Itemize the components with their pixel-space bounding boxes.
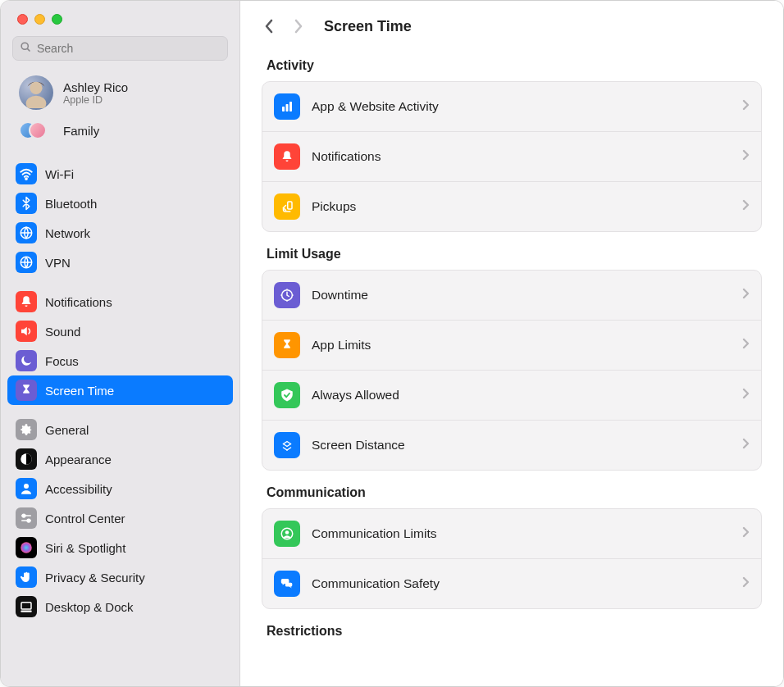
chevron-right-icon — [742, 99, 750, 114]
chevron-right-icon — [742, 526, 750, 541]
svg-point-10 — [22, 514, 25, 517]
gear-icon — [16, 419, 37, 440]
switches-icon — [16, 507, 37, 529]
sidebar-item-wifi[interactable]: Wi-Fi — [7, 159, 233, 189]
row-label: Screen Distance — [312, 438, 731, 453]
dock-icon — [16, 596, 37, 617]
minimize-window-button[interactable] — [34, 14, 45, 25]
sidebar-item-label: Appearance — [45, 453, 112, 466]
sidebar-item-desktop[interactable]: Desktop & Dock — [7, 592, 233, 621]
sidebar-item-screentime[interactable]: Screen Time — [7, 375, 233, 405]
window-controls — [1, 6, 239, 36]
svg-rect-17 — [286, 104, 289, 111]
sidebar-item-label: Desktop & Dock — [45, 600, 134, 614]
chevron-right-icon — [742, 149, 750, 164]
chevron-right-icon — [742, 438, 750, 453]
wifi-icon — [16, 163, 37, 184]
bars-icon — [274, 93, 300, 120]
row-pickups[interactable]: Pickups — [262, 182, 761, 231]
row-applimits[interactable]: App Limits — [262, 321, 761, 371]
sidebar-item-general[interactable]: General — [7, 415, 233, 444]
sidebar-item-label: Notifications — [45, 295, 112, 309]
section-title-restrictions: Restrictions — [262, 609, 762, 647]
siri-icon — [16, 537, 37, 558]
sidebar-item-label: Bluetooth — [45, 197, 97, 211]
row-commsafe[interactable]: Communication Safety — [262, 559, 761, 608]
sidebar-item-label: Sound — [45, 325, 80, 339]
search-icon — [20, 41, 32, 57]
chevron-right-icon — [742, 388, 750, 403]
row-label: Notifications — [312, 149, 731, 164]
sidebar-item-controlcenter[interactable]: Control Center — [7, 503, 233, 533]
svg-rect-19 — [288, 202, 292, 209]
row-label: App Limits — [312, 338, 731, 353]
sidebar-item-label: Screen Time — [45, 384, 114, 398]
sidebar-item-notifications[interactable]: Notifications — [7, 287, 233, 316]
bluetooth-icon — [16, 193, 37, 214]
svg-point-2 — [30, 82, 42, 94]
zoom-window-button[interactable] — [52, 14, 62, 25]
bell-icon — [274, 143, 300, 170]
section-title-activity: Activity — [262, 53, 762, 81]
main-header: Screen Time — [240, 1, 783, 45]
sidebar-item-network[interactable]: Network — [7, 218, 233, 248]
person-icon — [16, 478, 37, 499]
sidebar-item-label: Siri & Spotlight — [45, 541, 125, 555]
sidebar-nav: Wi-FiBluetoothNetworkVPNNotificationsSou… — [1, 159, 239, 621]
forward-button[interactable] — [286, 12, 311, 40]
hourglass-icon — [16, 380, 37, 401]
apple-id-row[interactable]: Ashley Rico Apple ID — [1, 69, 239, 115]
section-card: DowntimeApp LimitsAlways AllowedScreen D… — [262, 270, 762, 471]
svg-point-13 — [21, 542, 32, 553]
sidebar-item-privacy[interactable]: Privacy & Security — [7, 562, 233, 592]
chevron-right-icon — [742, 338, 750, 353]
sidebar-item-siri[interactable]: Siri & Spotlight — [7, 533, 233, 562]
search-input[interactable] — [37, 42, 221, 55]
sidebar-item-vpn[interactable]: VPN — [7, 248, 233, 277]
globe-icon — [16, 222, 37, 243]
main-panel: Screen Time ActivityApp & Website Activi… — [240, 1, 783, 686]
row-notifs[interactable]: Notifications — [262, 132, 761, 182]
row-distance[interactable]: Screen Distance — [262, 421, 761, 470]
row-label: Communication Safety — [312, 576, 731, 591]
family-icon — [19, 120, 53, 141]
sidebar: Ashley Rico Apple ID Family Wi-FiBluetoo… — [1, 1, 240, 686]
sidebar-item-label: Accessibility — [45, 482, 112, 496]
sidebar-item-label: General — [45, 423, 89, 437]
back-button[interactable] — [257, 12, 281, 40]
chevron-right-icon — [742, 576, 750, 591]
appearance-icon — [16, 448, 37, 470]
pickup-icon — [274, 193, 300, 220]
family-label: Family — [63, 124, 99, 138]
check-icon — [274, 382, 300, 408]
row-label: App & Website Activity — [312, 99, 731, 114]
svg-point-0 — [21, 43, 28, 49]
chevron-right-icon — [742, 199, 750, 214]
sidebar-item-sound[interactable]: Sound — [7, 316, 233, 346]
sidebar-item-bluetooth[interactable]: Bluetooth — [7, 189, 233, 218]
settings-window: Ashley Rico Apple ID Family Wi-FiBluetoo… — [0, 0, 784, 687]
row-allowed[interactable]: Always Allowed — [262, 371, 761, 421]
sidebar-item-label: Privacy & Security — [45, 571, 145, 585]
moon-icon — [16, 350, 37, 371]
bubbles-icon — [274, 571, 300, 597]
close-window-button[interactable] — [17, 14, 28, 25]
svg-point-4 — [25, 178, 27, 180]
sidebar-scroll: Ashley Rico Apple ID Family Wi-FiBluetoo… — [1, 69, 239, 686]
row-label: Pickups — [312, 199, 731, 214]
row-label: Downtime — [312, 288, 731, 303]
sidebar-item-focus[interactable]: Focus — [7, 346, 233, 375]
sidebar-item-accessibility[interactable]: Accessibility — [7, 474, 233, 503]
row-activity[interactable]: App & Website Activity — [262, 82, 761, 132]
sidebar-item-label: Focus — [45, 354, 79, 368]
row-commlimits[interactable]: Communication Limits — [262, 509, 761, 559]
row-downtime[interactable]: Downtime — [262, 271, 761, 321]
svg-rect-16 — [282, 107, 285, 111]
svg-rect-15 — [21, 611, 32, 612]
family-row[interactable]: Family — [1, 115, 239, 149]
svg-point-22 — [285, 530, 289, 535]
sidebar-item-appearance[interactable]: Appearance — [7, 444, 233, 474]
search-field[interactable] — [12, 36, 228, 61]
sidebar-item-label: Control Center — [45, 512, 125, 525]
clock-icon — [274, 282, 300, 308]
